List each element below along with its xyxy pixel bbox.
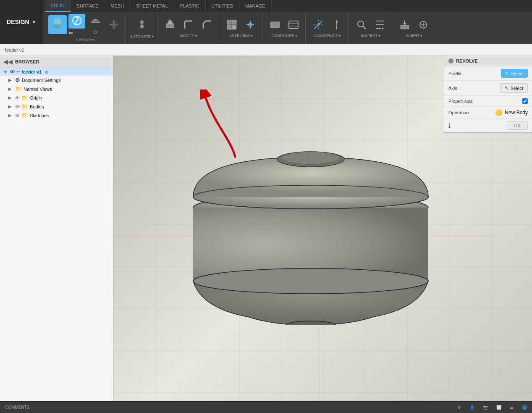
status-icon-4[interactable]: ⬜ xyxy=(496,405,501,410)
folder-sketches-icon: 📁 xyxy=(21,112,28,118)
create-extrude-button[interactable] xyxy=(48,15,67,34)
status-icon-1[interactable]: ⚙ xyxy=(457,405,461,410)
operation-label: Operation xyxy=(448,110,493,115)
insert-icon2 xyxy=(418,19,429,30)
tree-item-doc-settings[interactable]: ▶ ⚙ Document Settings xyxy=(0,76,113,84)
main-area: ◀◀ BROWSER ▼ 👁 feeder v1 ⊙ ▶ ⚙ Document … xyxy=(0,56,532,401)
tree-item-origin[interactable]: ▶ 👁 📁 Origin xyxy=(0,93,113,102)
tree-item-sketches[interactable]: ▶ 👁 📁 Sketches xyxy=(0,111,113,120)
assemble-label[interactable]: ASSEMBLE ▾ xyxy=(229,34,253,38)
toolbar-insert-section: INSERT ▾ xyxy=(393,12,435,44)
design-button[interactable]: DESIGN ▼ xyxy=(0,0,43,44)
svg-marker-37 xyxy=(403,23,406,25)
automate-icon xyxy=(136,18,148,31)
modify-fillet-button[interactable] xyxy=(180,18,197,32)
browser-collapse-icon[interactable]: ◀◀ xyxy=(3,58,13,65)
insert-button2[interactable] xyxy=(415,18,432,32)
tree-item-bodies[interactable]: ▶ 👁 📁 Bodies xyxy=(0,102,113,111)
inspect-button1[interactable] xyxy=(353,18,370,32)
svg-rect-14 xyxy=(232,25,236,29)
joint-icon xyxy=(245,19,256,30)
construct-button2[interactable] xyxy=(328,18,345,32)
tab-manage[interactable]: MANAGE xyxy=(239,0,272,12)
create-loft-button[interactable] xyxy=(87,13,104,27)
tree-item-named-views-label: Named Views xyxy=(24,87,52,92)
eye-sketches-icon[interactable]: 👁 xyxy=(15,113,20,118)
profile-select-button[interactable]: ↖ Select xyxy=(501,69,528,78)
browser-label: BROWSER xyxy=(15,59,39,64)
tree-item-bodies-label: Bodies xyxy=(30,104,44,109)
revolve-panel: REVOLVE Profile ↖ Select Axis ↖ Select xyxy=(444,56,532,133)
create-rib-button[interactable]: ⬡ xyxy=(87,28,104,36)
comments-label[interactable]: COMMENTS xyxy=(5,405,29,410)
svg-point-6 xyxy=(140,25,144,28)
svg-rect-11 xyxy=(227,20,231,24)
configure-button1[interactable] xyxy=(267,18,283,32)
fillet-icon xyxy=(183,19,194,30)
create-label[interactable]: CREATE ▾ xyxy=(76,38,94,42)
configure-button2[interactable] xyxy=(285,18,302,32)
tab-solid[interactable]: SOLID xyxy=(45,0,71,12)
tab-plastic[interactable]: PLASTIC xyxy=(174,0,206,12)
assemble-joint-button[interactable] xyxy=(242,18,259,32)
create-more-button[interactable]: ➕ xyxy=(105,18,122,31)
modify-press-pull-button[interactable] xyxy=(162,18,178,32)
svg-rect-8 xyxy=(168,21,172,24)
tree-item-feeder[interactable]: ▼ 👁 feeder v1 ⊙ xyxy=(0,68,113,76)
expand-origin-icon[interactable]: ▶ xyxy=(8,95,13,100)
project-axis-checkbox[interactable] xyxy=(522,98,528,104)
3d-model xyxy=(189,132,432,325)
create-sweep-button[interactable]: ▸▸ xyxy=(68,29,85,36)
svg-line-26 xyxy=(314,21,322,29)
create-revolve-button[interactable] xyxy=(68,14,85,29)
insert-icon1 xyxy=(399,19,410,30)
status-icon-6[interactable]: 🌐 xyxy=(522,405,527,410)
insert-label[interactable]: INSERT ▾ xyxy=(406,34,422,38)
status-icon-5[interactable]: ☰ xyxy=(510,405,514,410)
tab-sheet-metal[interactable]: SHEET METAL xyxy=(130,0,174,12)
eye-bodies-icon[interactable]: 👁 xyxy=(15,104,20,109)
configure-icon1 xyxy=(270,19,280,30)
configure-label[interactable]: CONFIGURE ▾ xyxy=(272,34,298,38)
info-button[interactable]: ℹ xyxy=(448,122,451,129)
svg-line-2 xyxy=(52,18,54,24)
inspect-button2[interactable] xyxy=(372,18,388,32)
toolbar-construct-section: CONSTRUCT ▾ xyxy=(307,12,349,44)
axis-select-button[interactable]: ↖ Select xyxy=(500,83,528,93)
status-icon-3[interactable]: 📷 xyxy=(483,405,488,410)
eye-feeder-icon[interactable]: 👁 xyxy=(10,69,15,74)
revolve-profile-row: Profile ↖ Select xyxy=(444,66,532,81)
expand-named-views-icon[interactable]: ▶ xyxy=(8,87,13,91)
folder-named-views-icon: 📁 xyxy=(15,86,22,92)
automate-button[interactable] xyxy=(134,16,150,33)
svg-marker-10 xyxy=(169,19,171,21)
construct-button1[interactable] xyxy=(310,18,327,32)
expand-bodies-icon[interactable]: ▶ xyxy=(8,104,13,109)
construct-label[interactable]: CONSTRUCT ▾ xyxy=(314,34,341,38)
browser-header: ◀◀ BROWSER xyxy=(0,56,113,68)
ok-button[interactable]: OK xyxy=(507,121,528,130)
tree-item-doc-label: Document Settings xyxy=(22,78,61,83)
automate-label[interactable]: AUTOMATE ▾ xyxy=(130,34,154,39)
project-axis-label: Project Axis xyxy=(448,99,520,104)
svg-line-30 xyxy=(363,26,366,29)
folder-bodies-icon: 📁 xyxy=(21,103,28,110)
expand-sketches-icon[interactable]: ▶ xyxy=(8,113,13,118)
new-body-icon: 🟡 xyxy=(495,109,502,116)
tab-surface[interactable]: SURFACE xyxy=(71,0,105,12)
assemble-new-component-button[interactable] xyxy=(223,18,240,32)
axis-label: Axis xyxy=(448,86,498,91)
expand-doc-icon[interactable]: ▶ xyxy=(8,78,13,82)
expand-feeder-icon[interactable]: ▼ xyxy=(3,70,8,74)
inspect-label[interactable]: INSPECT ▾ xyxy=(361,34,380,38)
eye-origin-icon[interactable]: 👁 xyxy=(15,95,20,100)
status-icon-2[interactable]: 👤 xyxy=(469,405,474,410)
modify-chamfer-button[interactable] xyxy=(199,18,215,32)
insert-button1[interactable] xyxy=(396,18,413,32)
tab-mesh[interactable]: MESH xyxy=(105,0,131,12)
tab-utilities[interactable]: UTILITIES xyxy=(206,0,239,12)
viewport[interactable]: REVOLVE Profile ↖ Select Axis ↖ Select xyxy=(113,56,532,401)
tree-item-named-views[interactable]: ▶ 📁 Named Views xyxy=(0,84,113,93)
profile-select-label: Select xyxy=(511,71,524,76)
modify-label[interactable]: MODIFY ▾ xyxy=(180,34,197,38)
